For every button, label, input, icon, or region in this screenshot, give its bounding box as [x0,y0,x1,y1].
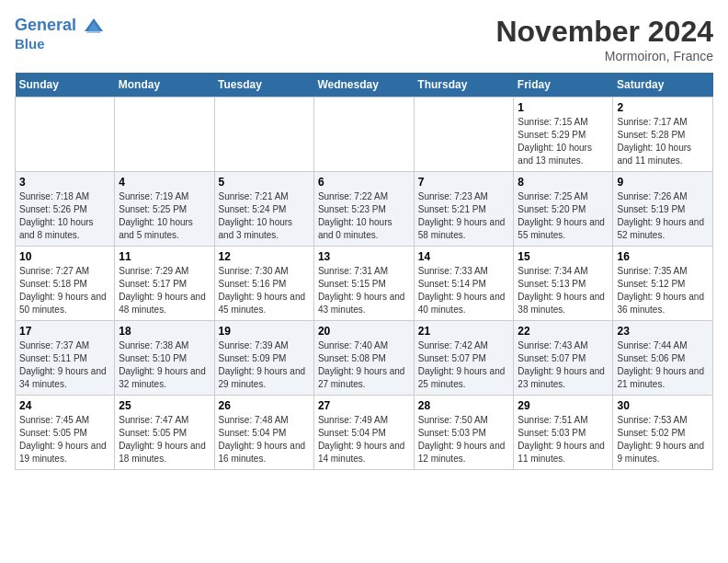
day-number: 6 [318,176,410,189]
day-number: 17 [19,325,110,338]
header-col-friday: Friday [514,73,613,98]
day-info: Sunrise: 7:42 AM Sunset: 5:07 PM Dayligh… [418,339,510,391]
calendar-table: SundayMondayTuesdayWednesdayThursdayFrid… [15,73,713,470]
day-number: 27 [318,399,410,412]
day-info: Sunrise: 7:50 AM Sunset: 5:03 PM Dayligh… [418,414,510,465]
calendar-cell: 26Sunrise: 7:48 AM Sunset: 5:04 PM Dayli… [214,396,313,470]
day-number: 2 [617,101,709,114]
calendar-cell: 19Sunrise: 7:39 AM Sunset: 5:09 PM Dayli… [214,321,313,396]
day-info: Sunrise: 7:45 AM Sunset: 5:05 PM Dayligh… [19,414,110,465]
week-row-1: 1Sunrise: 7:15 AM Sunset: 5:29 PM Daylig… [16,98,713,172]
day-info: Sunrise: 7:25 AM Sunset: 5:20 PM Dayligh… [518,190,609,242]
day-number: 15 [518,250,609,263]
header-col-saturday: Saturday [613,73,713,98]
title-block: November 2024 Mormoiron, France [495,15,713,63]
calendar-cell: 12Sunrise: 7:30 AM Sunset: 5:16 PM Dayli… [214,247,313,321]
calendar-cell: 24Sunrise: 7:45 AM Sunset: 5:05 PM Dayli… [16,396,115,470]
calendar-cell: 8Sunrise: 7:25 AM Sunset: 5:20 PM Daylig… [514,172,613,247]
calendar-cell: 6Sunrise: 7:22 AM Sunset: 5:23 PM Daylig… [313,172,414,247]
day-number: 22 [518,325,609,338]
day-info: Sunrise: 7:53 AM Sunset: 5:02 PM Dayligh… [617,414,709,465]
day-info: Sunrise: 7:48 AM Sunset: 5:04 PM Dayligh… [219,414,310,465]
calendar-cell: 18Sunrise: 7:38 AM Sunset: 5:10 PM Dayli… [115,321,214,396]
calendar-cell: 21Sunrise: 7:42 AM Sunset: 5:07 PM Dayli… [414,321,514,396]
header-col-monday: Monday [115,73,214,98]
calendar-cell: 13Sunrise: 7:31 AM Sunset: 5:15 PM Dayli… [313,247,414,321]
day-number: 29 [518,399,609,412]
day-number: 16 [617,250,709,263]
day-number: 11 [119,250,210,263]
day-info: Sunrise: 7:17 AM Sunset: 5:28 PM Dayligh… [617,116,709,167]
calendar-cell: 16Sunrise: 7:35 AM Sunset: 5:12 PM Dayli… [613,247,713,321]
calendar-cell [214,98,313,172]
calendar-cell: 10Sunrise: 7:27 AM Sunset: 5:18 PM Dayli… [16,247,115,321]
day-number: 8 [518,176,609,189]
calendar-cell: 30Sunrise: 7:53 AM Sunset: 5:02 PM Dayli… [613,396,713,470]
calendar-cell: 9Sunrise: 7:26 AM Sunset: 5:19 PM Daylig… [613,172,713,247]
calendar-cell [313,98,414,172]
week-row-3: 10Sunrise: 7:27 AM Sunset: 5:18 PM Dayli… [16,247,713,321]
day-info: Sunrise: 7:21 AM Sunset: 5:24 PM Dayligh… [219,190,310,242]
calendar-cell: 28Sunrise: 7:50 AM Sunset: 5:03 PM Dayli… [414,396,514,470]
calendar-cell: 3Sunrise: 7:18 AM Sunset: 5:26 PM Daylig… [16,172,115,247]
logo-subtext: Blue [15,37,105,52]
calendar-cell [16,98,115,172]
day-number: 18 [119,325,210,338]
day-info: Sunrise: 7:34 AM Sunset: 5:13 PM Dayligh… [518,265,609,316]
day-info: Sunrise: 7:19 AM Sunset: 5:25 PM Dayligh… [119,190,210,242]
day-info: Sunrise: 7:18 AM Sunset: 5:26 PM Dayligh… [19,190,110,242]
calendar-cell [115,98,214,172]
month-title: November 2024 [495,15,713,49]
day-number: 24 [19,399,110,412]
calendar-cell: 1Sunrise: 7:15 AM Sunset: 5:29 PM Daylig… [514,98,613,172]
day-number: 7 [418,176,510,189]
day-number: 1 [518,101,609,114]
calendar-cell: 11Sunrise: 7:29 AM Sunset: 5:17 PM Dayli… [115,247,214,321]
day-number: 10 [19,250,110,263]
calendar-cell [414,98,514,172]
day-number: 26 [219,399,310,412]
header-col-sunday: Sunday [16,73,115,98]
calendar-cell: 2Sunrise: 7:17 AM Sunset: 5:28 PM Daylig… [613,98,713,172]
calendar-cell: 5Sunrise: 7:21 AM Sunset: 5:24 PM Daylig… [214,172,313,247]
logo: General Blue [15,15,105,52]
calendar-cell: 15Sunrise: 7:34 AM Sunset: 5:13 PM Dayli… [514,247,613,321]
day-number: 14 [418,250,510,263]
week-row-5: 24Sunrise: 7:45 AM Sunset: 5:05 PM Dayli… [16,396,713,470]
day-number: 19 [219,325,310,338]
day-info: Sunrise: 7:33 AM Sunset: 5:14 PM Dayligh… [418,265,510,316]
calendar-cell: 23Sunrise: 7:44 AM Sunset: 5:06 PM Dayli… [613,321,713,396]
header-col-wednesday: Wednesday [313,73,414,98]
day-info: Sunrise: 7:44 AM Sunset: 5:06 PM Dayligh… [617,339,709,391]
header-row: SundayMondayTuesdayWednesdayThursdayFrid… [16,73,713,98]
day-info: Sunrise: 7:30 AM Sunset: 5:16 PM Dayligh… [219,265,310,316]
day-info: Sunrise: 7:40 AM Sunset: 5:08 PM Dayligh… [318,339,410,391]
day-info: Sunrise: 7:15 AM Sunset: 5:29 PM Dayligh… [518,116,609,167]
logo-icon [83,15,105,37]
day-number: 21 [418,325,510,338]
calendar-cell: 20Sunrise: 7:40 AM Sunset: 5:08 PM Dayli… [313,321,414,396]
day-number: 5 [219,176,310,189]
day-number: 9 [617,176,709,189]
header-col-tuesday: Tuesday [214,73,313,98]
calendar-cell: 22Sunrise: 7:43 AM Sunset: 5:07 PM Dayli… [514,321,613,396]
day-number: 25 [119,399,210,412]
location: Mormoiron, France [495,49,713,63]
week-row-2: 3Sunrise: 7:18 AM Sunset: 5:26 PM Daylig… [16,172,713,247]
day-info: Sunrise: 7:37 AM Sunset: 5:11 PM Dayligh… [19,339,110,391]
day-number: 13 [318,250,410,263]
day-info: Sunrise: 7:23 AM Sunset: 5:21 PM Dayligh… [418,190,510,242]
day-info: Sunrise: 7:35 AM Sunset: 5:12 PM Dayligh… [617,265,709,316]
calendar-cell: 29Sunrise: 7:51 AM Sunset: 5:03 PM Dayli… [514,396,613,470]
day-info: Sunrise: 7:22 AM Sunset: 5:23 PM Dayligh… [318,190,410,242]
calendar-cell: 7Sunrise: 7:23 AM Sunset: 5:21 PM Daylig… [414,172,514,247]
day-info: Sunrise: 7:26 AM Sunset: 5:19 PM Dayligh… [617,190,709,242]
day-info: Sunrise: 7:29 AM Sunset: 5:17 PM Dayligh… [119,265,210,316]
day-number: 12 [219,250,310,263]
day-info: Sunrise: 7:47 AM Sunset: 5:05 PM Dayligh… [119,414,210,465]
header-col-thursday: Thursday [414,73,514,98]
day-number: 3 [19,176,110,189]
day-info: Sunrise: 7:39 AM Sunset: 5:09 PM Dayligh… [219,339,310,391]
day-number: 23 [617,325,709,338]
calendar-cell: 4Sunrise: 7:19 AM Sunset: 5:25 PM Daylig… [115,172,214,247]
